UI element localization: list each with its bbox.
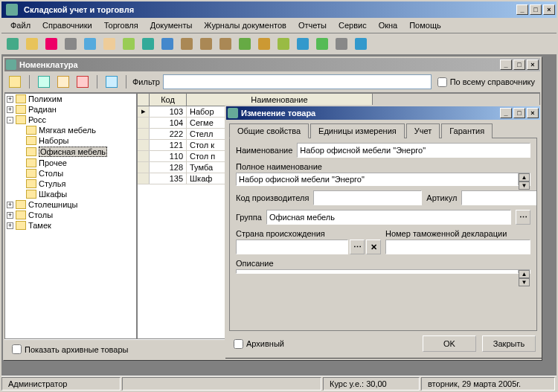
tree-node[interactable]: Стулья xyxy=(5,179,136,189)
minimize-button[interactable]: _ xyxy=(516,4,528,15)
folder-icon[interactable] xyxy=(7,74,23,90)
tab-1[interactable]: Единицы измерения xyxy=(310,123,405,138)
list-icon[interactable] xyxy=(121,36,137,52)
refresh-icon[interactable] xyxy=(140,36,156,52)
acct1-icon[interactable] xyxy=(179,36,195,52)
tree-node[interactable]: +Столешницы xyxy=(5,199,136,210)
scrollbar[interactable]: ▲▼ xyxy=(518,173,530,185)
mfgcode-input[interactable] xyxy=(313,190,422,205)
gear-icon[interactable] xyxy=(333,36,350,52)
open-icon[interactable] xyxy=(24,36,40,52)
tree-node[interactable]: Столы xyxy=(5,168,136,179)
expand-icon[interactable]: + xyxy=(7,222,13,229)
expand-icon[interactable]: + xyxy=(7,96,13,103)
fullname-input[interactable]: Набор офисной мебели "Энерго" ▲▼ xyxy=(236,173,530,186)
box-icon[interactable] xyxy=(256,36,272,52)
app-icon xyxy=(6,4,18,16)
group-browse-button[interactable]: ⋯ xyxy=(516,210,530,225)
tree-node[interactable]: +Радиан xyxy=(5,104,136,115)
menu-Справочники[interactable]: Справочники xyxy=(36,19,98,31)
tree-node[interactable]: +Полихим xyxy=(5,94,136,104)
nom-close-button[interactable]: × xyxy=(527,60,539,70)
tree-label: Столешницы xyxy=(28,200,78,209)
book-icon[interactable] xyxy=(159,36,176,52)
expand-icon[interactable]: + xyxy=(7,202,13,208)
country-clear-button[interactable]: ✕ xyxy=(366,240,381,254)
folder-icon xyxy=(26,136,36,145)
help-icon[interactable] xyxy=(353,36,369,52)
tree-label: Росс xyxy=(28,115,46,124)
expand-icon[interactable]: + xyxy=(7,212,13,219)
refresh-icon[interactable] xyxy=(103,74,120,90)
scrollbar[interactable]: ▲▼ xyxy=(518,270,530,273)
category-tree[interactable]: +Полихим+Радиан-РоссМягкая мебельНаборыО… xyxy=(4,93,137,339)
country-input[interactable] xyxy=(236,240,348,254)
bar-icon[interactable] xyxy=(314,36,330,52)
folder-icon xyxy=(26,126,36,135)
grid-header-cell[interactable] xyxy=(138,94,150,106)
menu-Сервис[interactable]: Сервис xyxy=(333,19,373,31)
tab-3[interactable]: Гарантия xyxy=(441,123,493,138)
all-dirs-label: По всему справочнику xyxy=(450,77,535,86)
edit-dialog-title: Изменение товара xyxy=(241,109,500,118)
menu-Отчеты[interactable]: Отчеты xyxy=(292,19,333,31)
tree-node[interactable]: Мягкая мебель xyxy=(5,125,136,135)
users-icon[interactable] xyxy=(275,36,292,52)
dlg-maximize-button[interactable]: □ xyxy=(513,108,525,118)
acct3-icon[interactable] xyxy=(217,36,234,52)
chart-icon[interactable] xyxy=(237,36,253,52)
new-item-icon[interactable] xyxy=(36,74,52,90)
ok-button[interactable]: OK xyxy=(423,335,476,352)
menu-Помощь[interactable]: Помощь xyxy=(403,19,447,31)
save-icon[interactable] xyxy=(43,36,60,52)
edit-item-icon[interactable] xyxy=(55,74,71,90)
descr-input[interactable]: ▲▼ xyxy=(236,269,530,274)
tree-node[interactable]: Наборы xyxy=(5,135,136,146)
tree-node[interactable]: Шкафы xyxy=(5,189,136,199)
all-dirs-checkbox[interactable]: По всему справочнику xyxy=(434,77,538,87)
archived-checkbox[interactable]: Архивный xyxy=(231,339,417,349)
tree-label: Наборы xyxy=(39,136,69,145)
folder-icon xyxy=(26,158,36,167)
tree-node[interactable]: +Тамек xyxy=(5,220,136,231)
filter-input[interactable] xyxy=(163,74,432,89)
cell-code: 121 xyxy=(150,140,187,150)
close-button[interactable]: × xyxy=(543,4,555,15)
acct2-icon[interactable] xyxy=(198,36,214,52)
tree-node[interactable]: Офисная мебель xyxy=(5,146,136,158)
tree-node[interactable]: Прочее xyxy=(5,158,136,168)
tree-label: Столы xyxy=(28,211,53,219)
menu-Журналы документов[interactable]: Журналы документов xyxy=(198,19,292,31)
tree-node[interactable]: -Росс xyxy=(5,115,136,125)
show-archived-label: Показать архивные товары xyxy=(25,345,128,354)
menu-Файл[interactable]: Файл xyxy=(4,19,36,31)
grid-header-cell[interactable]: Код xyxy=(150,94,187,106)
article-input[interactable] xyxy=(461,190,537,205)
tree-node[interactable]: +Столы xyxy=(5,210,136,220)
dlg-close-button[interactable]: × xyxy=(527,108,539,118)
new-icon[interactable] xyxy=(4,36,21,52)
close-dialog-button[interactable]: Закрыть xyxy=(482,335,536,352)
group-input[interactable] xyxy=(266,210,511,225)
calendar-icon[interactable] xyxy=(82,36,98,52)
doc-icon[interactable] xyxy=(101,36,118,52)
menu-Торговля[interactable]: Торговля xyxy=(98,19,144,31)
maximize-button[interactable]: □ xyxy=(530,4,542,15)
delete-item-icon[interactable] xyxy=(74,74,91,90)
nom-minimize-button[interactable]: _ xyxy=(500,60,512,70)
expand-icon[interactable]: + xyxy=(7,106,13,113)
nom-maximize-button[interactable]: □ xyxy=(513,60,525,70)
app-title: Складской учет и торговля xyxy=(21,5,516,14)
print-icon[interactable] xyxy=(62,36,79,52)
menu-Документы[interactable]: Документы xyxy=(144,19,199,31)
tab-2[interactable]: Учет xyxy=(406,123,440,138)
globe-icon[interactable] xyxy=(295,36,311,52)
grid-header-cell[interactable]: Наименование xyxy=(187,94,373,106)
customs-input[interactable] xyxy=(385,240,530,254)
name-input[interactable] xyxy=(297,143,530,158)
country-browse-button[interactable]: ⋯ xyxy=(350,240,365,254)
collapse-icon[interactable]: - xyxy=(7,117,13,123)
menu-Окна[interactable]: Окна xyxy=(373,19,404,31)
dlg-minimize-button[interactable]: _ xyxy=(500,108,512,118)
tab-0[interactable]: Общие свойства xyxy=(229,123,309,138)
